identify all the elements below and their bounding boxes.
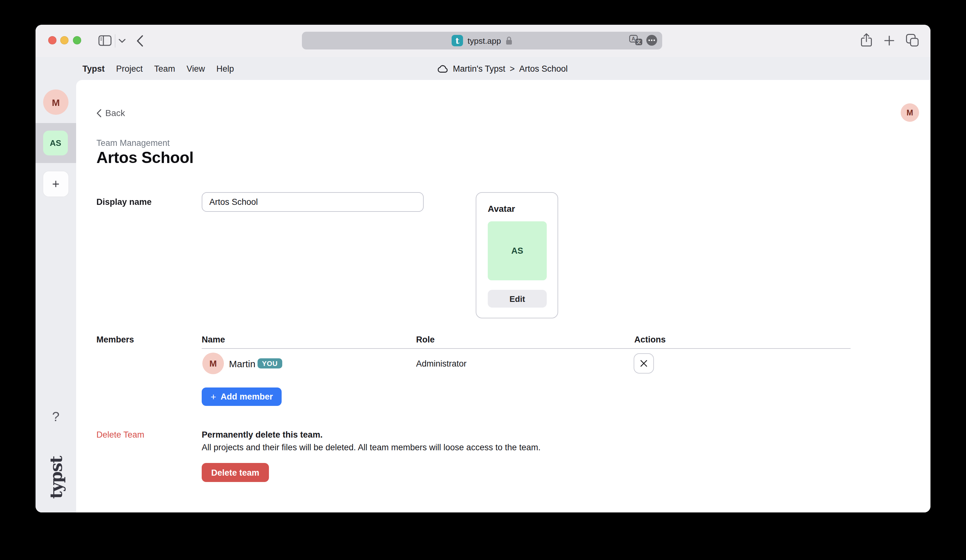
team-rail: M AS + ? typst [36,80,76,512]
translate-icon[interactable]: A 文 [629,35,642,46]
sidebar-toggle-icon[interactable] [98,35,112,46]
svg-text:文: 文 [636,39,641,44]
breadcrumb: Martin's Typst > Artos School [437,57,568,80]
you-badge: YOU [258,358,282,368]
chevron-down-icon[interactable] [118,39,126,43]
typst-logo: typst [36,453,76,502]
stage: t typst.app A 文 [0,0,966,560]
tab-overview-icon[interactable] [906,34,919,47]
plus-icon: + [210,391,216,402]
lock-icon [506,36,513,45]
edit-avatar-button[interactable]: Edit [488,290,547,307]
back-link[interactable]: Back [97,108,125,118]
page-settings-icon[interactable] [646,35,657,46]
delete-team-button[interactable]: Delete team [202,463,269,482]
plus-icon: + [52,177,59,191]
section-eyebrow: Team Management [97,138,170,148]
avatar-card: Avatar AS Edit [476,192,558,319]
back-nav-icon[interactable] [136,35,143,47]
menu-team[interactable]: Team [154,64,175,73]
url-domain: typst.app [467,36,501,45]
rail-user-avatar[interactable]: M [43,89,69,115]
breadcrumb-separator: > [509,64,515,73]
breadcrumb-workspace[interactable]: Martin's Typst [453,64,505,73]
rail-team-initial: AS [50,138,61,148]
column-header-name: Name [202,335,225,344]
team-avatar-preview: AS [488,221,547,280]
typst-wordmark: typst [46,456,65,499]
team-avatar-initials: AS [511,246,523,256]
app-menubar: Typst Project Team View Help Martin's Ty… [36,57,930,80]
display-name-label: Display name [97,197,151,207]
back-label: Back [105,108,125,118]
member-avatar: M [202,353,224,374]
remove-member-button[interactable] [634,353,654,374]
display-name-input[interactable] [202,192,424,212]
cloud-icon [437,64,449,72]
menu-view[interactable]: View [186,64,205,73]
svg-text:A: A [632,36,636,41]
table-row: M Martin YOU Administrator [202,353,851,374]
member-role: Administrator [416,353,467,374]
add-member-label: Add member [221,392,273,401]
breadcrumb-team[interactable]: Artos School [519,64,568,73]
close-icon [640,360,647,367]
rail-team-avatar[interactable]: AS [43,131,68,155]
browser-toolbar: t typst.app A 文 [36,25,930,57]
rail-new-team-button[interactable]: + [43,171,69,197]
member-initial: M [209,358,217,368]
table-header-divider [202,348,851,349]
page-title: Artos School [97,148,194,167]
column-header-role: Role [416,335,435,344]
address-bar[interactable]: t typst.app A 文 [302,32,662,49]
minimize-window-button[interactable] [60,36,69,44]
delete-team-headline: Permanently delete this team. [202,430,322,440]
help-button[interactable]: ? [36,409,76,424]
question-mark-icon: ? [52,409,59,424]
share-icon[interactable] [861,33,872,48]
rail-user-initial: M [52,97,60,107]
delete-team-label: Delete Team [97,430,144,440]
menu-typst[interactable]: Typst [82,64,105,73]
add-member-button[interactable]: + Add member [202,388,282,406]
toolbar-divider [115,34,115,48]
close-window-button[interactable] [48,36,56,44]
main-panel: M Back Team Management Artos School Disp… [76,80,930,512]
page-user-avatar[interactable]: M [901,103,919,122]
members-label: Members [97,335,134,344]
new-tab-icon[interactable] [884,36,894,46]
zoom-window-button[interactable] [73,36,81,44]
delete-team-description: All projects and their files will be del… [202,443,541,452]
browser-window: t typst.app A 文 [36,25,930,512]
column-header-actions: Actions [634,335,666,344]
chevron-left-icon [97,109,102,117]
site-favicon: t [452,35,463,46]
menu-help[interactable]: Help [216,64,234,73]
menu-project[interactable]: Project [116,64,143,73]
member-name: Martin [229,353,255,374]
addressbar-trailing-icons: A 文 [629,35,657,46]
page-user-initial: M [907,108,913,117]
app-body: M AS + ? typst M [36,80,930,512]
avatar-card-title: Avatar [488,204,546,214]
favicon-letter: t [455,36,459,45]
rail-selected-band: AS [36,123,76,163]
